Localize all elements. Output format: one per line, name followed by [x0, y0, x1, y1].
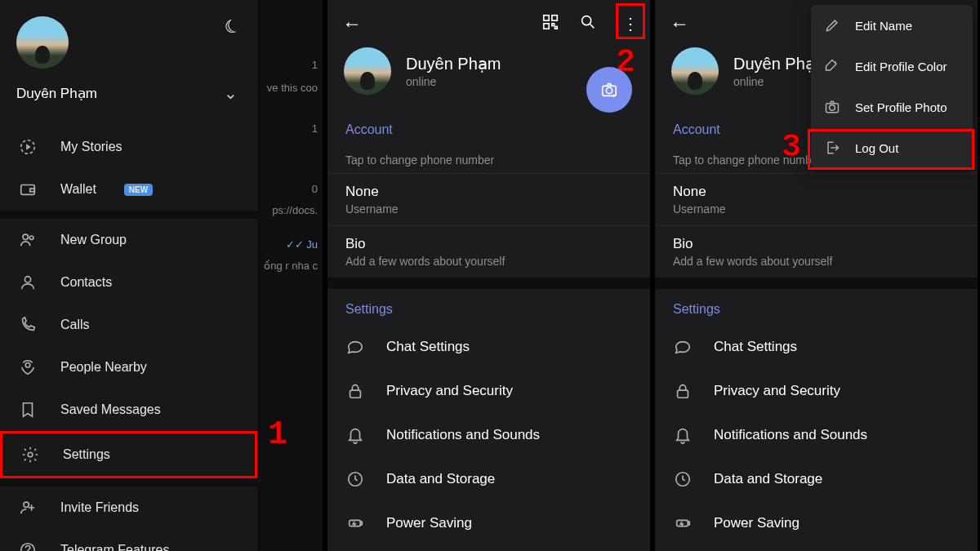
svg-point-9 — [24, 502, 29, 507]
username-row[interactable]: None Username — [327, 174, 650, 226]
menu-edit-profile-color[interactable]: Edit Profile Color — [811, 46, 973, 87]
bookmark-icon — [18, 400, 38, 420]
drawer-item-label: Telegram Features — [60, 543, 169, 551]
search-icon[interactable] — [578, 13, 598, 35]
svg-point-18 — [606, 87, 612, 93]
chat-icon — [673, 338, 693, 356]
pencil-icon — [824, 16, 840, 34]
drawer-item-telegram-features[interactable]: Telegram Features — [0, 529, 257, 551]
lock-icon — [673, 382, 693, 400]
drawer-item-label: Saved Messages — [60, 402, 161, 417]
highlight-logout — [808, 129, 974, 170]
settings-row-power[interactable]: Power Saving — [655, 501, 978, 545]
set-photo-button[interactable] — [586, 67, 632, 113]
camera-icon — [824, 98, 840, 116]
drawer-item-calls[interactable]: Calls — [0, 304, 257, 346]
svg-point-6 — [24, 277, 30, 282]
settings-row-privacy[interactable]: Privacy and Security — [655, 369, 978, 413]
drawer-item-contacts[interactable]: Contacts — [0, 261, 257, 304]
new-badge: NEW — [124, 184, 153, 196]
svg-point-7 — [25, 363, 30, 368]
power-icon — [673, 514, 693, 532]
drawer-item-label: Contacts — [60, 275, 112, 290]
username-row[interactable]: None Username — [655, 174, 978, 226]
chat-icon — [345, 338, 365, 356]
settings-row-power[interactable]: Power Saving — [327, 501, 650, 545]
back-button[interactable]: ← — [670, 12, 689, 35]
svg-point-4 — [23, 234, 28, 239]
drawer-item-wallet[interactable]: Wallet NEW — [0, 168, 257, 211]
drawer-item-label: New Group — [60, 233, 127, 247]
avatar[interactable] — [344, 47, 391, 95]
settings-row-data[interactable]: Data and Storage — [327, 457, 650, 501]
bio-row[interactable]: Bio Add a few words about yourself — [655, 226, 978, 278]
menu-edit-name[interactable]: Edit Name — [811, 5, 973, 46]
profile-name: Duyên Phạm — [406, 54, 501, 73]
bio-row[interactable]: Bio Add a few words about yourself — [327, 226, 650, 278]
section-title-settings: Settings — [327, 289, 650, 325]
svg-rect-11 — [544, 15, 549, 20]
profile-status: online — [406, 75, 501, 88]
settings-row-data[interactable]: Data and Storage — [655, 457, 978, 501]
svg-rect-12 — [552, 15, 557, 20]
qr-icon[interactable] — [541, 13, 560, 35]
bell-icon — [673, 426, 693, 444]
drawer-item-my-stories[interactable]: My Stories — [0, 126, 257, 168]
step-number-3: 3 — [782, 129, 801, 166]
svg-point-27 — [835, 61, 836, 63]
settings-row-privacy[interactable]: Privacy and Security — [327, 369, 650, 413]
drawer-item-label: People Nearby — [60, 360, 147, 375]
power-icon — [345, 514, 365, 532]
highlight-more-button — [616, 3, 645, 39]
drawer-item-label: Invite Friends — [60, 500, 139, 515]
settings-row-notifications[interactable]: Notifications and Sounds — [655, 413, 978, 457]
drawer-item-label: Settings — [63, 447, 110, 462]
svg-rect-14 — [552, 23, 555, 25]
settings-row-chat[interactable]: Chat Settings — [655, 325, 978, 369]
wallet-icon — [18, 180, 38, 199]
night-mode-icon[interactable]: ☾ — [221, 14, 244, 39]
navigation-drawer: ☾ Duyên Phạm ⌄ My Stories Wallet NEW New… — [0, 0, 257, 551]
contacts-icon — [18, 273, 38, 292]
data-icon — [673, 470, 693, 488]
chevron-down-icon[interactable]: ⌄ — [224, 83, 238, 103]
nearby-icon — [18, 358, 38, 377]
svg-point-29 — [830, 105, 835, 111]
svg-rect-22 — [360, 522, 362, 525]
drawer-item-label: Calls — [60, 318, 90, 332]
drawer-item-invite-friends[interactable]: Invite Friends — [0, 487, 257, 529]
svg-rect-26 — [688, 522, 689, 525]
svg-rect-13 — [544, 23, 549, 28]
section-title-settings: Settings — [655, 289, 978, 325]
chat-background-partial: 1 ve this coo 1 0 ps://docs. ✓✓ Ju ồng r… — [257, 0, 323, 551]
panel-settings: ← ⋮ 2 Duyên Phạm online Account Tap to c… — [327, 0, 650, 551]
panel-drawer: ☾ Duyên Phạm ⌄ My Stories Wallet NEW New… — [0, 0, 323, 551]
avatar[interactable] — [671, 47, 719, 95]
stories-icon — [18, 137, 38, 157]
bell-icon — [345, 426, 365, 444]
data-icon — [345, 470, 365, 488]
svg-point-5 — [29, 236, 33, 240]
drawer-item-people-nearby[interactable]: People Nearby — [0, 346, 257, 389]
calls-icon — [18, 315, 38, 335]
drawer-item-saved-messages[interactable]: Saved Messages — [0, 389, 257, 431]
panel-settings-with-menu: ← ⋮ Duyên Phạm online Account Tap to cha… — [655, 0, 978, 551]
menu-set-profile-photo[interactable]: Set Profile Photo — [811, 87, 973, 127]
drawer-item-label: Wallet — [60, 182, 96, 197]
svg-rect-23 — [678, 390, 688, 398]
svg-rect-15 — [555, 26, 558, 29]
svg-marker-1 — [26, 144, 31, 149]
section-title-account: Account — [327, 109, 650, 145]
settings-row-notifications[interactable]: Notifications and Sounds — [327, 413, 650, 457]
svg-point-16 — [582, 16, 591, 24]
lock-icon — [345, 382, 365, 400]
step-number-1: 1 — [268, 416, 287, 453]
drawer-item-new-group[interactable]: New Group — [0, 219, 257, 261]
invite-icon — [18, 498, 38, 518]
drawer-item-settings[interactable]: Settings — [0, 431, 257, 478]
avatar[interactable] — [16, 16, 69, 69]
drawer-username: Duyên Phạm — [16, 85, 97, 102]
back-button[interactable]: ← — [342, 12, 362, 35]
phone-row[interactable]: Tap to change phone number — [327, 145, 650, 174]
settings-row-chat[interactable]: Chat Settings — [327, 325, 650, 369]
